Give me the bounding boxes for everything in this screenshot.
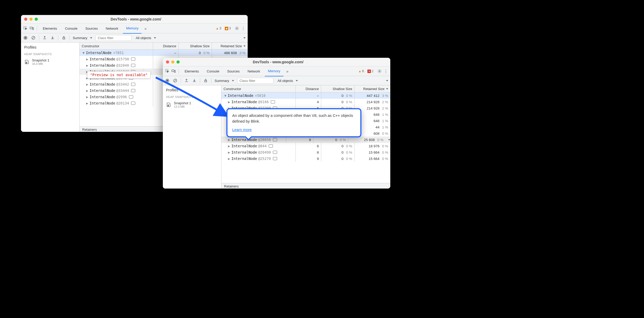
expand-icon[interactable]: ▶ bbox=[85, 88, 89, 93]
maximize-icon[interactable] bbox=[35, 18, 38, 21]
traffic-lights bbox=[166, 60, 180, 64]
more-tabs-icon[interactable]: » bbox=[285, 69, 290, 74]
tab-elements[interactable]: Elements bbox=[181, 66, 202, 76]
record-icon[interactable] bbox=[23, 35, 28, 40]
retainers-panel[interactable]: Retainers bbox=[221, 183, 390, 189]
expand-icon[interactable]: ▶ bbox=[227, 150, 231, 154]
expand-icon[interactable]: ▶ bbox=[227, 138, 231, 142]
grid-header: Constructor Distance Shallow Size Retain… bbox=[80, 43, 248, 50]
scope-selector[interactable]: All objects bbox=[136, 36, 156, 40]
svg-rect-1 bbox=[30, 27, 32, 29]
element-icon bbox=[273, 138, 277, 141]
col-distance[interactable]: Distance bbox=[153, 43, 179, 49]
svg-rect-13 bbox=[174, 70, 175, 72]
annotation-arrow bbox=[154, 76, 229, 118]
element-icon bbox=[131, 89, 135, 92]
tab-memory[interactable]: Memory bbox=[123, 24, 142, 34]
element-icon bbox=[131, 83, 135, 86]
inspect-icon[interactable] bbox=[23, 26, 28, 31]
svg-line-7 bbox=[32, 37, 34, 39]
sort-icon bbox=[243, 45, 246, 47]
kebab-icon[interactable]: ⋮ bbox=[241, 26, 246, 31]
object-row[interactable]: ▶InternalNode@25270900 %15 6640 % bbox=[221, 155, 390, 162]
chevron-down-icon[interactable] bbox=[243, 37, 246, 39]
tab-memory[interactable]: Memory bbox=[265, 66, 283, 76]
class-filter-input[interactable] bbox=[237, 78, 273, 84]
expand-icon[interactable]: ▶ bbox=[85, 63, 89, 67]
expand-icon[interactable]: ▶ bbox=[227, 157, 231, 161]
svg-point-5 bbox=[25, 37, 26, 39]
svg-rect-10 bbox=[26, 62, 27, 63]
main-panel: Constructor Distance Shallow Size Retain… bbox=[221, 85, 390, 189]
col-constructor[interactable]: Constructor bbox=[80, 43, 153, 49]
col-retained[interactable]: Retained Size bbox=[355, 85, 390, 92]
tab-network[interactable]: Network bbox=[103, 24, 122, 33]
grid-header: Constructor Distance Shallow Size Retain… bbox=[221, 85, 390, 92]
divider bbox=[179, 69, 179, 74]
view-selector[interactable]: Summary bbox=[73, 36, 92, 40]
more-tabs-icon[interactable]: » bbox=[143, 26, 148, 31]
object-row[interactable]: ▶InternalNode@844600 %18 9760 % bbox=[221, 143, 390, 149]
tab-sources[interactable]: Sources bbox=[82, 24, 101, 33]
col-distance[interactable]: Distance bbox=[296, 85, 321, 92]
divider bbox=[69, 35, 70, 40]
collect-garbage-icon[interactable] bbox=[61, 35, 66, 40]
svg-rect-2 bbox=[33, 28, 34, 30]
expand-icon[interactable]: ▼ bbox=[82, 51, 85, 55]
element-icon bbox=[129, 95, 133, 98]
expand-icon[interactable]: ▶ bbox=[85, 95, 89, 99]
device-icon[interactable] bbox=[29, 26, 34, 31]
memory-toolbar: Summary All objects bbox=[21, 33, 248, 43]
snapshot-item[interactable]: Snapshot 116.0 MB bbox=[21, 57, 79, 66]
col-shallow[interactable]: Shallow Size bbox=[321, 85, 355, 92]
clear-icon[interactable] bbox=[31, 35, 36, 40]
col-retained[interactable]: Retained Size bbox=[212, 43, 248, 49]
minimize-icon[interactable] bbox=[29, 18, 33, 21]
device-icon[interactable] bbox=[171, 69, 176, 74]
constructor-row[interactable]: ▼InternalNode×5010–00 %447 4123 % bbox=[221, 92, 390, 99]
kebab-icon[interactable]: ⋮ bbox=[383, 69, 388, 74]
warning-badge[interactable]: ▲6 bbox=[359, 69, 364, 73]
expand-icon[interactable]: ▶ bbox=[85, 57, 89, 61]
popover-text: An object allocated by a component other… bbox=[232, 113, 356, 124]
tab-elements[interactable]: Elements bbox=[40, 24, 60, 33]
sort-icon bbox=[386, 88, 388, 90]
warning-badge[interactable]: ▲3 bbox=[216, 27, 221, 30]
gear-icon[interactable] bbox=[377, 69, 382, 74]
issue-badge[interactable]: ■3 bbox=[225, 27, 231, 30]
class-filter-input[interactable] bbox=[95, 35, 132, 41]
gear-icon[interactable] bbox=[235, 26, 239, 31]
chevron-down-icon[interactable] bbox=[386, 80, 388, 81]
learn-more-link[interactable]: Learn more bbox=[232, 127, 252, 133]
tab-network[interactable]: Network bbox=[245, 66, 263, 76]
upload-icon[interactable] bbox=[42, 35, 47, 40]
element-icon bbox=[271, 100, 275, 103]
minimize-icon[interactable] bbox=[171, 60, 174, 64]
titlebar: DevTools - www.google.com/ bbox=[21, 15, 248, 24]
titlebar: DevTools - www.google.com/ bbox=[163, 58, 390, 66]
scope-selector[interactable]: All objects bbox=[278, 79, 298, 83]
element-icon bbox=[131, 102, 135, 105]
error-badge[interactable]: ×2 bbox=[367, 69, 373, 73]
expand-icon[interactable]: ▶ bbox=[85, 101, 89, 105]
col-constructor[interactable]: Constructor bbox=[221, 85, 296, 92]
close-icon[interactable] bbox=[166, 60, 169, 64]
download-icon[interactable] bbox=[50, 35, 55, 40]
tabbar: Elements Console Sources Network Memory … bbox=[163, 66, 390, 76]
tab-console[interactable]: Console bbox=[204, 66, 222, 76]
object-row[interactable]: ▶InternalNode@20490800 %15 6640 % bbox=[221, 149, 390, 155]
element-icon bbox=[131, 58, 135, 61]
constructor-row[interactable]: ▼InternalNode×7851–00 %486 6083 % bbox=[80, 50, 248, 56]
object-row[interactable]: ▶InternalNode@9166400 %214 9282 % bbox=[221, 99, 390, 105]
heap-snapshots-heading: HEAP SNAPSHOTS bbox=[21, 53, 79, 56]
element-icon bbox=[273, 157, 277, 160]
inspect-icon[interactable] bbox=[165, 69, 170, 74]
maximize-icon[interactable] bbox=[176, 60, 180, 64]
profiles-heading: Profiles bbox=[21, 45, 79, 49]
col-shallow[interactable]: Shallow Size bbox=[179, 43, 212, 49]
tab-console[interactable]: Console bbox=[62, 24, 81, 33]
close-icon[interactable] bbox=[24, 18, 27, 21]
expand-icon[interactable]: ▶ bbox=[85, 82, 89, 86]
tab-sources[interactable]: Sources bbox=[224, 66, 243, 76]
expand-icon[interactable]: ▶ bbox=[227, 144, 231, 148]
